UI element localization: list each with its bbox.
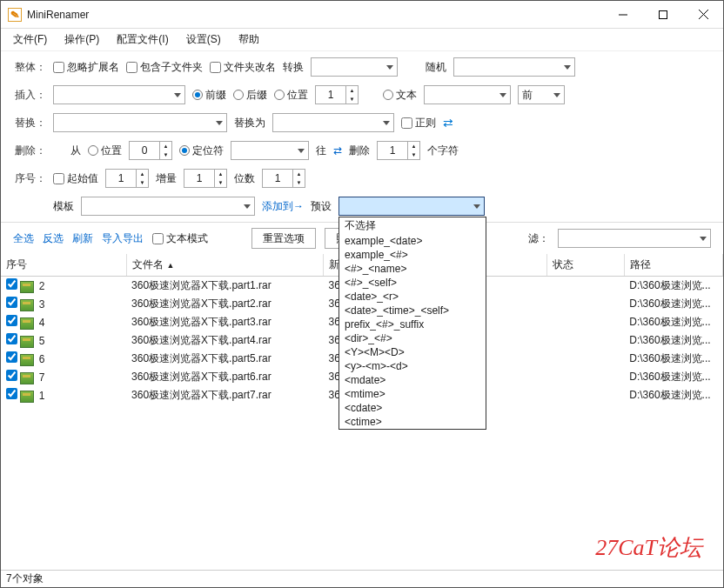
select-all-link[interactable]: 全选 — [13, 231, 34, 246]
row-checkbox[interactable] — [6, 333, 17, 344]
refresh-link[interactable]: 刷新 — [72, 231, 93, 246]
file-icon — [20, 354, 34, 366]
global-label: 整体： — [11, 60, 46, 75]
preset-option[interactable]: <Y><M><D> — [339, 345, 486, 359]
template-combo[interactable] — [81, 197, 255, 216]
inc-spinner[interactable]: ▲▼ — [184, 169, 227, 188]
preset-option[interactable]: <cdate> — [339, 401, 486, 415]
template-label: 模板 — [53, 199, 74, 214]
close-button[interactable] — [683, 2, 723, 28]
suffix-radio[interactable]: 后缀 — [233, 88, 267, 103]
file-icon — [20, 391, 34, 403]
convert-combo[interactable] — [311, 57, 398, 77]
preset-label: 预设 — [311, 199, 332, 214]
del-word-label: 删除 — [349, 144, 370, 158]
locator-combo[interactable] — [231, 141, 309, 160]
swap-icon[interactable]: ⇄ — [443, 116, 453, 130]
digits-spinner[interactable]: ▲▼ — [262, 169, 305, 188]
preset-option[interactable]: <mdate> — [339, 373, 486, 387]
row-checkbox[interactable] — [6, 351, 17, 363]
start-spinner[interactable]: ▲▼ — [105, 169, 149, 188]
preset-option[interactable]: 不选择 — [339, 217, 486, 234]
app-icon: ✎ — [8, 8, 22, 22]
prefix-radio[interactable]: 前缀 — [192, 88, 226, 103]
file-icon — [20, 372, 34, 384]
del-position-radio[interactable]: 位置 — [88, 144, 122, 158]
replace-to-combo[interactable] — [272, 113, 394, 132]
col-status[interactable]: 状态 — [547, 254, 625, 277]
menu-operate[interactable]: 操作(P) — [57, 30, 106, 50]
preset-option[interactable]: <dir>_<#> — [339, 331, 486, 345]
chars-label: 个字符 — [427, 144, 459, 158]
watermark: 27CaT论坛 — [595, 532, 702, 563]
row-checkbox[interactable] — [6, 278, 17, 290]
menu-file[interactable]: 文件(F) — [6, 30, 54, 50]
digits-label: 位数 — [234, 171, 255, 186]
replace-with-label: 替换为 — [234, 116, 265, 130]
preset-combo[interactable]: 不选择example_<date>example_<#><#>_<name><#… — [339, 197, 485, 216]
file-icon — [20, 317, 34, 330]
row-checkbox[interactable] — [6, 315, 17, 326]
insert-pos-spinner[interactable]: ▲▼ — [315, 85, 359, 104]
insert-text-combo[interactable] — [424, 85, 511, 104]
col-path[interactable]: 路径 — [624, 254, 722, 277]
regex-checkbox[interactable]: 正则 — [401, 116, 436, 130]
insert-combo[interactable] — [53, 85, 185, 104]
preset-option[interactable]: prefix_<#>_suffix — [339, 317, 486, 331]
ignore-ext-checkbox[interactable]: 忽略扩展名 — [53, 60, 119, 75]
insert-front-combo[interactable]: 前 — [518, 85, 565, 104]
menubar: 文件(F) 操作(P) 配置文件(I) 设置(S) 帮助 — [1, 29, 723, 51]
status-bar: 7个对象 — [1, 570, 723, 587]
insert-label: 插入： — [11, 88, 46, 103]
menu-config[interactable]: 配置文件(I) — [110, 30, 175, 50]
row-checkbox[interactable] — [6, 297, 17, 308]
import-export-link[interactable]: 导入导出 — [102, 231, 144, 246]
sort-asc-icon: ▲ — [167, 261, 175, 270]
reset-button[interactable]: 重置选项 — [251, 228, 316, 249]
preset-option[interactable]: <#>_<name> — [339, 262, 486, 276]
window-title: MiniRenamer — [27, 9, 603, 21]
text-radio[interactable]: 文本 — [383, 88, 417, 103]
invert-link[interactable]: 反选 — [43, 231, 64, 246]
file-icon — [20, 336, 34, 348]
del-pos-spinner[interactable]: ▲▼ — [129, 141, 172, 160]
inc-label: 增量 — [156, 171, 177, 186]
preset-option[interactable]: <date>_<time>_<self> — [339, 304, 486, 317]
menu-help[interactable]: 帮助 — [231, 30, 266, 50]
filter-combo[interactable] — [558, 229, 711, 248]
rename-folder-checkbox[interactable]: 文件夹改名 — [210, 60, 276, 75]
preset-option[interactable]: <#>_<self> — [339, 276, 486, 290]
del-count-spinner[interactable]: ▲▼ — [377, 141, 420, 160]
maximize-button[interactable] — [643, 2, 683, 28]
position-radio[interactable]: 位置 — [274, 88, 308, 103]
random-combo[interactable] — [453, 57, 575, 77]
replace-from-combo[interactable] — [53, 113, 227, 132]
preset-option[interactable]: example_<#> — [339, 248, 486, 262]
convert-label: 转换 — [283, 60, 304, 75]
preset-option[interactable]: <ctime> — [339, 415, 486, 429]
col-index[interactable]: 序号 — [1, 254, 126, 277]
filter-label: 滤： — [528, 231, 549, 246]
preset-option[interactable]: <y>-<m>-<d> — [339, 359, 486, 373]
start-checkbox[interactable]: 起始值 — [53, 171, 98, 186]
towards-label: 往 — [316, 144, 326, 158]
svg-rect-1 — [660, 10, 667, 18]
preset-dropdown: 不选择example_<date>example_<#><#>_<name><#… — [339, 217, 486, 430]
preset-option[interactable]: example_<date> — [339, 234, 486, 248]
file-icon — [20, 281, 34, 293]
include-sub-checkbox[interactable]: 包含子文件夹 — [126, 60, 203, 75]
preset-option[interactable]: <mtime> — [339, 387, 486, 401]
menu-settings[interactable]: 设置(S) — [179, 30, 228, 50]
row-checkbox[interactable] — [6, 370, 17, 381]
add-to-link[interactable]: 添加到→ — [262, 199, 304, 214]
direction-toggle[interactable]: ⇄ — [333, 144, 342, 157]
from-label: 从 — [70, 144, 81, 158]
minimize-button[interactable] — [603, 2, 643, 28]
random-label: 随机 — [426, 60, 446, 75]
preset-option[interactable]: <date>_<r> — [339, 290, 486, 304]
text-mode-checkbox[interactable]: 文本模式 — [152, 231, 208, 246]
replace-label: 替换： — [11, 116, 46, 130]
col-filename[interactable]: 文件名▲ — [126, 254, 323, 277]
row-checkbox[interactable] — [6, 388, 17, 399]
del-locator-radio[interactable]: 定位符 — [179, 144, 224, 158]
